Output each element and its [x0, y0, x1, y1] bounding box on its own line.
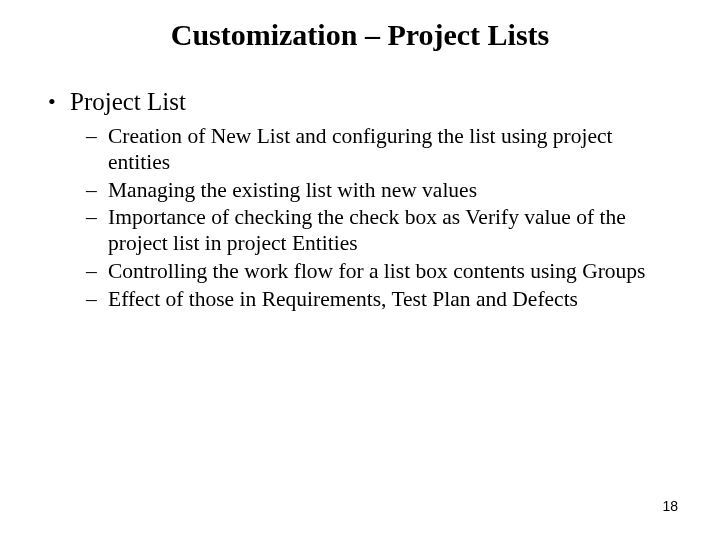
bullet-text: Project List — [70, 88, 186, 115]
sub-bullet-item: Creation of New List and configuring the… — [86, 124, 680, 176]
sub-bullet-text: Controlling the work flow for a list box… — [108, 259, 645, 283]
page-number: 18 — [662, 498, 678, 514]
sub-bullet-text: Managing the existing list with new valu… — [108, 178, 477, 202]
bullet-list-level2: Creation of New List and configuring the… — [70, 124, 680, 313]
sub-bullet-text: Importance of checking the check box as … — [108, 205, 626, 255]
bullet-list-level1: Project List Creation of New List and co… — [40, 88, 680, 313]
bullet-item-project-list: Project List Creation of New List and co… — [46, 88, 680, 313]
sub-bullet-text: Effect of those in Requirements, Test Pl… — [108, 287, 578, 311]
sub-bullet-item: Controlling the work flow for a list box… — [86, 259, 680, 285]
slide-title: Customization – Project Lists — [70, 18, 650, 52]
sub-bullet-text: Creation of New List and configuring the… — [108, 124, 613, 174]
sub-bullet-item: Effect of those in Requirements, Test Pl… — [86, 287, 680, 313]
sub-bullet-item: Managing the existing list with new valu… — [86, 178, 680, 204]
slide-container: Customization – Project Lists Project Li… — [0, 0, 720, 540]
sub-bullet-item: Importance of checking the check box as … — [86, 205, 680, 257]
